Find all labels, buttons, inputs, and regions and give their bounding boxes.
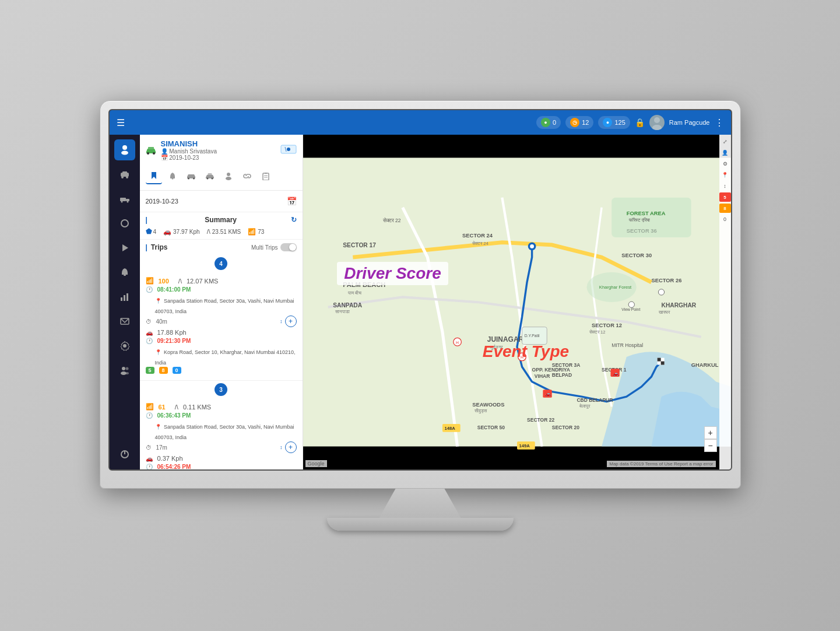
- trip-2-distance-icon: /\: [175, 404, 178, 411]
- svg-text:🚗: 🚗: [544, 391, 551, 397]
- svg-point-5: [121, 176, 124, 178]
- trip-2-duration: 17m: [156, 444, 167, 451]
- svg-marker-13: [122, 244, 128, 251]
- svg-rect-8: [120, 198, 126, 201]
- stat-score: 📶 73: [248, 228, 264, 236]
- svg-text:बेलापूर: बेलापूर: [578, 403, 590, 409]
- sidebar-item-power[interactable]: [114, 444, 135, 465]
- nav-person-btn[interactable]: [220, 168, 237, 184]
- trips-header: Trips Multi Trips: [140, 240, 303, 255]
- nav-bell-btn[interactable]: [164, 168, 181, 184]
- sidebar-item-person[interactable]: [114, 139, 135, 160]
- top-header: ☰ ● 0 ◷ 12 ● 125: [110, 110, 731, 135]
- summary-section: Summary ↻ ⬟ 4 🚗 37.97 Kph: [140, 212, 303, 240]
- sidebar-item-vehicle[interactable]: [114, 164, 135, 185]
- badge-blue: ●: [603, 118, 612, 127]
- toggle-knob: [289, 244, 296, 251]
- trip-2-end-clock-icon: 🕐: [146, 464, 153, 469]
- svg-point-11: [126, 201, 128, 203]
- nav-clipboard-btn[interactable]: [258, 168, 274, 184]
- trip-2-end-time: 06:54:26 PM: [157, 464, 191, 469]
- sidebar-item-play[interactable]: [114, 237, 135, 258]
- svg-text:FOREST AREA: FOREST AREA: [626, 211, 665, 216]
- map-zoom-controls: + −: [704, 426, 717, 452]
- zoom-out-btn[interactable]: −: [704, 439, 717, 452]
- map-location-icon[interactable]: 📍: [720, 170, 730, 180]
- trip-1-start-row: 🕐 08:41:00 PM: [146, 286, 297, 293]
- map-area: SECTOR 17 सेक्टर 22 SECTOR 24 सेक्टर 24 …: [303, 135, 731, 469]
- sidebar-item-mail[interactable]: [114, 311, 135, 332]
- trip-2-clock-icon: 🕐: [146, 412, 153, 419]
- svg-text:जुईनगर: जुईनगर: [489, 344, 503, 350]
- vehicle-name: SIMANISH: [161, 139, 217, 148]
- date-filter-row: 📅: [140, 191, 303, 212]
- speed-icon-2: 🚗: [146, 455, 153, 462]
- duration-icon-1: ⏱: [146, 318, 152, 325]
- avatar: [649, 115, 665, 130]
- trip-1-alerts-row: 5 8 0: [146, 367, 297, 374]
- sidebar-item-chart[interactable]: [114, 286, 135, 307]
- map-attribution: Map data ©2019 Terms of Use Report a map…: [607, 461, 715, 467]
- sidebar-item-users[interactable]: [114, 360, 135, 381]
- sidebar-item-circle[interactable]: [114, 213, 135, 234]
- nav-icons-row: [146, 164, 297, 185]
- expand-btn-2[interactable]: +: [285, 441, 297, 453]
- nav-link-btn[interactable]: [239, 168, 255, 184]
- map-settings-icon[interactable]: ⚙: [720, 159, 730, 169]
- more-options-icon[interactable]: ⋮: [715, 117, 724, 128]
- badge-blue-container: ● 125: [598, 116, 630, 129]
- screen: ☰ ● 0 ◷ 12 ● 125: [108, 109, 732, 471]
- expand-btn-1[interactable]: +: [285, 316, 297, 327]
- nav-sedan-btn[interactable]: [202, 168, 218, 184]
- trip-1-start-address: Sanpada Station Road, Sector 30a, Vashi,…: [155, 298, 294, 314]
- sidebar-item-settings[interactable]: [114, 335, 135, 356]
- svg-point-37: [227, 173, 230, 176]
- svg-rect-14: [124, 275, 126, 276]
- vehicle-driver: 👤 Manish Srivastava: [161, 148, 217, 155]
- trip-1-end-loc: 📍 Kopra Road, Sector 10, Kharghar, Navi …: [146, 346, 297, 367]
- map-person-icon[interactable]: 👤: [720, 148, 730, 157]
- trip-card-1[interactable]: 📶 100 /\ 12.07 KMS 🕐 08:41:00 PM: [140, 272, 303, 381]
- trip-1-start-loc: 📍 Sanpada Station Road, Sector 30a, Vash…: [146, 295, 297, 316]
- trip-1-end-row: 🕐 09:21:30 PM: [146, 338, 297, 344]
- date-input[interactable]: [146, 198, 226, 205]
- stat-score-icon: 📶: [248, 228, 256, 236]
- svg-point-93: [628, 302, 634, 307]
- svg-point-20: [122, 367, 125, 370]
- refresh-icon[interactable]: ↻: [291, 216, 297, 224]
- svg-rect-83: [657, 358, 660, 362]
- location-icon-1: 📍: [155, 298, 161, 304]
- svg-rect-16: [124, 295, 125, 301]
- trips-title: Trips: [146, 243, 168, 251]
- stat-score-value: 73: [258, 229, 264, 235]
- svg-text:JUINAGAR: JUINAGAR: [487, 335, 523, 343]
- svg-text:Kharghar Forest: Kharghar Forest: [599, 285, 631, 290]
- sidebar-item-truck[interactable]: [114, 188, 135, 209]
- nav-car-btn[interactable]: [183, 168, 199, 184]
- toggle-switch[interactable]: [280, 243, 297, 251]
- sidebar-item-bell[interactable]: [114, 262, 135, 283]
- trip-card-2[interactable]: 📶 61 /\ 0.11 KMS 🕐 06:36:43 PM: [140, 398, 303, 469]
- menu-icon[interactable]: ☰: [117, 117, 125, 128]
- svg-text:VIHAR: VIHAR: [534, 373, 550, 379]
- map-expand-icon[interactable]: ⤢: [720, 137, 730, 146]
- svg-text:SECTOR 50: SECTOR 50: [477, 425, 504, 430]
- svg-text:CBD BELAPUR: CBD BELAPUR: [577, 397, 613, 403]
- trip-2-speed: 0.37 Kph: [157, 455, 183, 462]
- map-zero-value: 0: [720, 215, 730, 224]
- trip-bubble-1: 4: [215, 257, 227, 270]
- svg-text:149A: 149A: [519, 443, 530, 448]
- lock-icon: 🔒: [635, 118, 645, 127]
- map-arrows-icon[interactable]: ↕: [720, 181, 730, 191]
- monitor-wrapper: ☰ ● 0 ◷ 12 ● 125: [100, 100, 741, 531]
- svg-rect-40: [265, 173, 267, 174]
- vehicle-info: SIMANISH 👤 Manish Srivastava 📅 2019-10-2…: [146, 139, 297, 161]
- trips-section: Trips Multi Trips 4: [140, 240, 303, 469]
- left-sidebar: [110, 135, 140, 469]
- nav-bookmark-btn[interactable]: [146, 168, 162, 184]
- zoom-in-btn[interactable]: +: [704, 426, 717, 439]
- calendar-icon[interactable]: 📅: [287, 197, 297, 206]
- svg-point-33: [188, 178, 189, 180]
- svg-text:SECTOR 3A: SECTOR 3A: [551, 362, 580, 368]
- multi-trips-toggle[interactable]: Multi Trips: [251, 243, 297, 251]
